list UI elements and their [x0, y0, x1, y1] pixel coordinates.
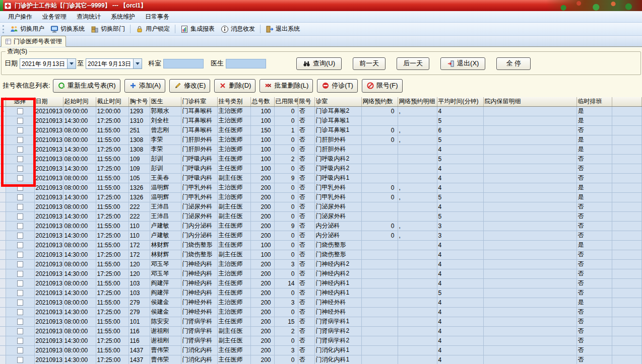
table-row[interactable]: 2021091314:30:0017:25:00279侯建金门神经外科主治医师2…: [0, 307, 642, 317]
row-checkbox[interactable]: [17, 328, 23, 334]
column-header-net-booking-detail[interactable]: 网络预约明细: [398, 97, 437, 106]
toolbar-switch-user[interactable]: 切换用户: [7, 24, 47, 34]
toolbar-lock-user[interactable]: 用户锁定: [133, 24, 173, 34]
column-header-date[interactable]: 日期: [34, 97, 63, 106]
row-checkbox[interactable]: [17, 271, 23, 277]
row-checkbox[interactable]: [17, 175, 23, 181]
row-checkbox[interactable]: [17, 233, 23, 239]
date-to-picker[interactable]: 2021年 9月13日: [86, 58, 142, 69]
row-checkbox[interactable]: [17, 118, 23, 124]
table-row[interactable]: 2021091308:00:0011:55:00103阎建萍门神经内科主任医师2…: [0, 278, 642, 288]
row-checkbox[interactable]: [17, 108, 23, 114]
table-row[interactable]: 2021091308:00:0011:55:00109彭训门呼吸内科主任医师10…: [0, 154, 642, 164]
row-checkbox[interactable]: [17, 223, 23, 229]
row-checkbox[interactable]: [17, 185, 23, 191]
column-header-hospital-reserve-detail[interactable]: 院内保留明细: [483, 97, 576, 106]
row-checkbox[interactable]: [17, 290, 23, 296]
table-row[interactable]: 2021091308:00:0011:55:00110卢建敏门内分泌科主任医师2…: [0, 221, 642, 231]
row-checkbox[interactable]: [17, 252, 23, 258]
row-checkbox[interactable]: [17, 357, 23, 363]
column-header-doctor[interactable]: 医生: [150, 97, 181, 106]
table-row[interactable]: 2021091308:00:0011:55:00279侯建金门神经外科主治医师2…: [0, 298, 642, 307]
column-header-limit-flag[interactable]: 限号: [298, 97, 314, 106]
row-checkbox[interactable]: [17, 156, 23, 162]
doctor-input[interactable]: [226, 59, 266, 68]
row-checkbox[interactable]: [17, 204, 23, 210]
row-checkbox[interactable]: [17, 300, 23, 306]
column-header-used-limit[interactable]: 已用限号: [274, 97, 298, 106]
table-row[interactable]: 2021091308:00:0011:55:00172林财辉门烧伤整形主任医师1…: [0, 240, 642, 250]
row-checkbox[interactable]: [17, 127, 23, 133]
table-row[interactable]: 2021091314:30:0017:25:001326温明辉门甲乳外科主治医师…: [0, 192, 642, 202]
table-row[interactable]: 2021091314:30:0017:25:00103阎建萍门神经内科主任医师2…: [0, 288, 642, 298]
dept-input[interactable]: [163, 59, 204, 68]
table-row[interactable]: 2021091308:00:0011:55:001326温明辉门甲乳外科主治医师…: [0, 183, 642, 192]
column-header-net-booking-count[interactable]: 网络预约数: [361, 97, 398, 106]
menu-daily-affairs[interactable]: 日常事务: [140, 11, 174, 23]
toolbar-integrated-report[interactable]: 集成报表: [177, 24, 218, 34]
column-header-end-time[interactable]: 截止时间: [96, 97, 129, 106]
column-header-reg-type[interactable]: 挂号类别: [217, 97, 250, 106]
row-checkbox[interactable]: [17, 137, 23, 143]
row-checkbox[interactable]: [17, 347, 23, 353]
row-checkbox[interactable]: [17, 166, 23, 172]
search-button[interactable]: 查询(U): [296, 57, 342, 70]
table-row[interactable]: 2021091308:00:0011:55:00116谢祖刚门肾病学科副主任医2…: [0, 326, 642, 336]
menu-system-maint[interactable]: 系统维护: [106, 11, 140, 23]
row-checkbox[interactable]: [17, 194, 23, 200]
stop-all-button[interactable]: 全 停: [496, 57, 531, 70]
toolbar-switch-dept[interactable]: 切换部门: [88, 24, 128, 34]
row-checkbox[interactable]: [17, 319, 23, 325]
table-row[interactable]: 2021091308:00:0011:55:00222王沛昌门泌尿外科副主任医2…: [0, 202, 642, 211]
exit-button[interactable]: 退出(X): [440, 57, 485, 70]
edit-button[interactable]: 修改(E): [169, 79, 210, 93]
table-row[interactable]: 2021091308:00:0011:55:00120邓玉琴门神经内科主治医师2…: [0, 259, 642, 269]
table-row[interactable]: 2021091308:00:0011:55:00101陈安安门肾病学科主任医师2…: [0, 317, 642, 326]
date-from-dropdown-button[interactable]: [67, 59, 76, 68]
table-row[interactable]: 2021091314:30:0017:25:00110卢建敏门内分泌科主任医师2…: [0, 231, 642, 240]
column-header-room[interactable]: 诊室: [314, 97, 361, 106]
table-row[interactable]: 2021091314:30:0017:25:001308李荣门肝胆外科主治医师1…: [0, 144, 642, 154]
table-row[interactable]: 2021091308:00:0011:55:00105王美春门呼吸内科副主任医2…: [0, 173, 642, 183]
menu-user-ops[interactable]: 用户操作: [3, 11, 37, 23]
prev-day-button[interactable]: 前一天: [353, 57, 386, 70]
menu-query-stats[interactable]: 查询统计: [72, 11, 106, 23]
row-checkbox[interactable]: [17, 242, 23, 248]
add-button[interactable]: 添加(A): [124, 79, 165, 93]
row-checkbox[interactable]: [17, 261, 23, 267]
row-checkbox[interactable]: [17, 147, 23, 153]
date-from-picker[interactable]: 2021年 9月13日: [20, 58, 76, 69]
table-row[interactable]: 2021091314:30:0017:25:00222王沛昌门泌尿外科副主任医2…: [0, 211, 642, 221]
row-checkbox[interactable]: [17, 280, 23, 286]
table-row[interactable]: 2021091314:30:0017:25:001437曹伟荣门消化内科主任医师…: [0, 355, 642, 364]
menu-business[interactable]: 业务管理: [37, 11, 72, 23]
delete-button[interactable]: 删除(D): [214, 79, 255, 93]
table-row[interactable]: 2021091314:30:0017:25:00109彭训门呼吸内科主任医师10…: [0, 164, 642, 173]
table-row[interactable]: 2021091308:00:0011:55:00251曾志刚门耳鼻喉科主任医师1…: [0, 125, 642, 135]
row-checkbox[interactable]: [17, 338, 23, 344]
toolbar-messages[interactable]: 消息收发: [218, 24, 258, 34]
toolbar-switch-system[interactable]: 切换系统: [47, 24, 88, 34]
table-row[interactable]: 2021091314:30:0017:25:00172林财辉门烧伤整形副主任医1…: [0, 250, 642, 259]
table-row[interactable]: 2021091308:00:0011:55:001437曹伟荣门消化内科主任医师…: [0, 345, 642, 355]
row-checkbox[interactable]: [17, 309, 23, 315]
stop-visit-button[interactable]: 停诊(T): [317, 79, 358, 93]
table-row[interactable]: 2021091314:30:0017:25:001310刘全柱门耳鼻喉科主治医师…: [0, 116, 642, 125]
table-row[interactable]: 2021091308:00:0011:55:001308李荣门肝胆外科主治医师1…: [0, 135, 642, 144]
column-header-temp-schedule[interactable]: 临时排班: [576, 97, 612, 106]
table-row[interactable]: 2021091314:30:0017:25:00120邓玉琴门神经内科主治医师2…: [0, 269, 642, 278]
column-header-card-no[interactable]: 胸卡号: [129, 97, 150, 106]
table-row[interactable]: 2021091314:30:0017:25:00116谢祖刚门肾病学科副主任医2…: [0, 336, 642, 345]
toolbar-exit-system[interactable]: 退出系统: [263, 24, 303, 34]
limit-number-button[interactable]: 限号(F): [362, 79, 403, 93]
column-header-start-time[interactable]: 起始时间: [63, 97, 96, 106]
column-header-total-count[interactable]: 总号数: [250, 97, 274, 106]
regenerate-button[interactable]: 重新生成号表(R): [53, 79, 120, 93]
row-checkbox[interactable]: [17, 213, 23, 220]
column-header-avg-minutes[interactable]: 平均时间(分钟): [437, 97, 483, 106]
table-row[interactable]: 2021091309:00:0012:00:001293郭顺水门耳鼻喉科主治医师…: [0, 106, 642, 116]
column-header-dept[interactable]: 门诊科室: [181, 97, 217, 106]
column-header-select[interactable]: 选择: [6, 97, 34, 106]
tab-doctor-schedule[interactable]: 门诊医师号表管理: [1, 36, 66, 47]
next-day-button[interactable]: 后一天: [397, 57, 429, 70]
